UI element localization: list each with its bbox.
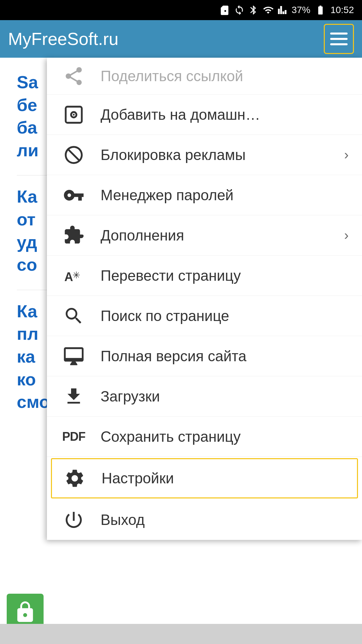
dropdown-menu: Поделиться ссылкой Добавить на домашн… Б… xyxy=(47,58,362,540)
sim-icon xyxy=(220,5,231,15)
menu-item-settings[interactable]: Настройки xyxy=(51,458,358,498)
hamburger-line-3 xyxy=(330,43,348,45)
hamburger-line-1 xyxy=(330,33,348,35)
gear-icon xyxy=(61,465,88,492)
wifi-icon xyxy=(262,5,274,15)
signal-icon xyxy=(278,5,288,15)
share-link-label: Поделиться ссылкой xyxy=(101,68,349,85)
lock-icon xyxy=(13,600,37,624)
translate-icon: A ✳ xyxy=(60,262,87,289)
ad-block-arrow: › xyxy=(344,147,349,162)
status-icons: 37% 10:52 xyxy=(220,5,354,15)
hamburger-line-2 xyxy=(330,38,348,40)
add-home-icon xyxy=(60,101,87,128)
menu-item-search-page[interactable]: Поиск по странице xyxy=(47,296,362,336)
menu-item-translate[interactable]: A ✳ Перевести страницу xyxy=(47,256,362,296)
desktop-icon xyxy=(60,343,87,370)
status-bar: 37% 10:52 xyxy=(0,0,362,20)
settings-label: Настройки xyxy=(102,470,348,487)
battery-icon xyxy=(314,5,327,15)
power-icon xyxy=(60,506,87,533)
bottom-bar xyxy=(0,624,362,644)
share-icon xyxy=(60,63,87,90)
app-bar: MyFreeSoft.ru xyxy=(0,20,362,58)
exit-label: Выход xyxy=(101,512,349,528)
app-title: MyFreeSoft.ru xyxy=(8,29,118,49)
battery-percent: 37% xyxy=(292,5,310,15)
menu-item-password-manager[interactable]: Менеджер паролей xyxy=(47,175,362,215)
search-icon xyxy=(60,303,87,329)
svg-text:A: A xyxy=(64,270,73,284)
downloads-label: Загрузки xyxy=(101,388,349,405)
menu-item-exit[interactable]: Выход xyxy=(47,500,362,540)
menu-item-save-page[interactable]: PDF Сохранить страницу xyxy=(47,417,362,457)
menu-item-desktop-site[interactable]: Полная версия сайта xyxy=(47,336,362,376)
key-icon xyxy=(60,182,87,209)
password-manager-label: Менеджер паролей xyxy=(101,187,349,204)
ad-block-label: Блокировка рекламы xyxy=(101,147,344,163)
translate-label: Перевести страницу xyxy=(101,267,349,284)
time: 10:52 xyxy=(330,5,354,15)
extensions-label: Дополнения xyxy=(101,227,344,244)
svg-point-2 xyxy=(73,114,74,115)
sync-icon xyxy=(234,5,245,15)
menu-item-ad-block[interactable]: Блокировка рекламы › xyxy=(47,135,362,175)
menu-item-share-link[interactable]: Поделиться ссылкой xyxy=(47,58,362,95)
pdf-text: PDF xyxy=(62,430,85,444)
menu-item-downloads[interactable]: Загрузки xyxy=(47,376,362,417)
download-icon xyxy=(60,383,87,410)
extensions-arrow: › xyxy=(344,228,349,243)
add-home-label: Добавить на домашн… xyxy=(101,106,349,123)
bluetooth-icon xyxy=(248,5,259,15)
search-page-label: Поиск по странице xyxy=(101,308,349,324)
hamburger-icon xyxy=(330,33,348,45)
desktop-site-label: Полная версия сайта xyxy=(101,348,349,365)
menu-item-add-home[interactable]: Добавить на домашн… xyxy=(47,95,362,135)
svg-text:✳: ✳ xyxy=(72,270,80,280)
menu-button[interactable] xyxy=(324,24,354,54)
save-page-label: Сохранить страницу xyxy=(101,428,349,445)
pdf-icon: PDF xyxy=(60,423,87,450)
puzzle-icon xyxy=(60,222,87,249)
block-icon xyxy=(60,142,87,168)
menu-item-extensions[interactable]: Дополнения › xyxy=(47,215,362,256)
